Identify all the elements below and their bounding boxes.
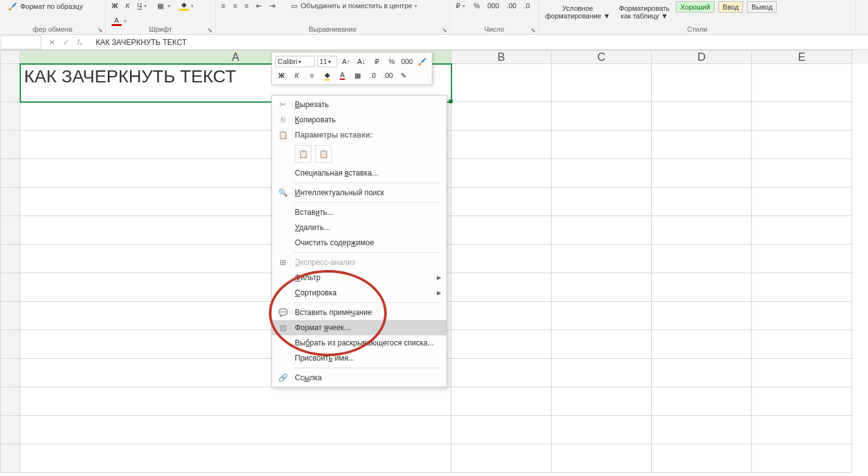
cell[interactable] — [652, 188, 752, 216]
ctx-smart-lookup[interactable]: 🔍 Интеллектуальный поиск — [272, 185, 446, 200]
align-center-button[interactable]: ≡ — [231, 0, 238, 11]
borders-button[interactable]: ▦▼ — [153, 0, 173, 11]
format-painter-button[interactable]: 🖌️ Формат по образцу — [4, 0, 87, 13]
cell[interactable] — [652, 216, 752, 245]
percent-button[interactable]: % — [472, 0, 482, 11]
name-box[interactable] — [1, 35, 41, 49]
mini-currency-button[interactable]: ₽ — [370, 55, 383, 68]
cell[interactable] — [752, 302, 852, 330]
col-header-c[interactable]: C — [552, 50, 652, 64]
cell[interactable] — [451, 330, 552, 359]
cell[interactable] — [451, 359, 552, 387]
cell[interactable] — [451, 245, 552, 273]
cell[interactable] — [451, 416, 552, 444]
underline-button[interactable]: Ч▼ — [135, 0, 149, 11]
cell[interactable] — [752, 416, 852, 444]
cell[interactable] — [652, 387, 752, 416]
cell[interactable] — [752, 245, 852, 273]
mini-italic-button[interactable]: К — [290, 69, 303, 82]
mini-decrease-decimal-button[interactable]: .0 — [366, 69, 379, 82]
row-header[interactable] — [0, 245, 20, 273]
formula-cancel-button[interactable]: ✕ — [48, 38, 56, 47]
row-header[interactable] — [0, 131, 20, 159]
paste-values-button[interactable]: 📋 — [315, 145, 332, 163]
align-left-button[interactable]: ≡ — [219, 0, 227, 11]
cell[interactable] — [752, 387, 852, 416]
cell[interactable] — [652, 416, 752, 444]
cell[interactable] — [752, 216, 852, 245]
mini-increase-decimal-button[interactable]: .00 — [382, 69, 394, 82]
row-header[interactable] — [0, 216, 20, 245]
cell[interactable] — [752, 102, 852, 131]
cell[interactable] — [451, 444, 552, 473]
cell[interactable] — [451, 131, 552, 159]
mini-font-color-button[interactable]: A — [336, 69, 349, 82]
decrease-indent-button[interactable]: ⇤ — [254, 0, 264, 11]
thousands-button[interactable]: 000 — [486, 0, 501, 11]
conditional-formatting-button[interactable]: Условное форматирование ▼ — [543, 0, 612, 24]
font-launcher[interactable]: ⬊ — [206, 27, 214, 34]
cell[interactable] — [20, 387, 451, 416]
cell[interactable] — [20, 444, 451, 473]
cell[interactable] — [552, 444, 652, 473]
mini-align-button[interactable]: ≡ — [306, 69, 318, 82]
cell[interactable] — [451, 102, 552, 131]
ctx-filter[interactable]: Фильтр▶ — [272, 270, 446, 285]
cell[interactable] — [20, 416, 451, 444]
cell[interactable] — [752, 188, 852, 216]
ctx-pick-from-list[interactable]: Выбрать из раскрывающегося списка... — [272, 335, 446, 351]
col-header-e[interactable]: E — [752, 50, 852, 64]
cell[interactable] — [451, 159, 552, 188]
cell[interactable] — [451, 216, 552, 245]
ctx-clear-contents[interactable]: Очистить содержимое — [272, 235, 446, 250]
ctx-insert-comment[interactable]: 💬 Вставить примечание — [272, 305, 446, 320]
cell[interactable] — [552, 245, 652, 273]
mini-font-select[interactable]: Calibri ▼ — [275, 56, 314, 67]
row-header[interactable] — [0, 330, 20, 359]
italic-button[interactable]: К — [124, 0, 131, 11]
formula-input[interactable]: КАК ЗАЧЕРКНУТЬ ТЕКСТ — [91, 38, 868, 47]
row-header[interactable] — [0, 359, 20, 387]
style-good-chip[interactable]: Хороший — [676, 1, 715, 13]
mini-borders-button[interactable]: ▦ — [351, 69, 364, 82]
row-header[interactable] — [0, 188, 20, 216]
merge-center-button[interactable]: ▭ Объединить и поместить в центре ▼ — [287, 0, 420, 11]
row-header[interactable] — [0, 159, 20, 188]
mini-percent-button[interactable]: % — [385, 55, 398, 68]
row-header[interactable] — [0, 444, 20, 473]
cell[interactable] — [451, 387, 552, 416]
col-header-d[interactable]: D — [652, 50, 752, 64]
ctx-delete[interactable]: Удалить... — [272, 220, 446, 235]
alignment-launcher[interactable]: ⬊ — [441, 27, 448, 34]
select-all-corner[interactable] — [0, 50, 20, 64]
currency-button[interactable]: ₽▼ — [454, 0, 468, 11]
ctx-copy[interactable]: ⎘ Копировать — [272, 112, 446, 127]
cell[interactable] — [451, 273, 552, 302]
increase-decimal-button[interactable]: .00 — [505, 0, 518, 11]
cell-b1[interactable] — [451, 64, 552, 102]
col-header-b[interactable]: B — [451, 50, 552, 64]
ctx-insert[interactable]: Вставить... — [272, 205, 446, 220]
cell[interactable] — [451, 188, 552, 216]
align-right-button[interactable]: ≡ — [243, 0, 250, 11]
cell[interactable] — [652, 359, 752, 387]
formula-enter-button[interactable]: ✓ — [62, 38, 70, 47]
number-launcher[interactable]: ⬊ — [529, 27, 537, 34]
cell[interactable] — [752, 330, 852, 359]
mini-decrease-font-button[interactable]: A↓ — [355, 55, 368, 68]
cell[interactable] — [552, 359, 652, 387]
cell[interactable] — [652, 302, 752, 330]
mini-size-select[interactable]: 11 ▼ — [317, 56, 337, 67]
row-header[interactable] — [0, 387, 20, 416]
cell-e1[interactable] — [752, 64, 852, 102]
cell[interactable] — [552, 273, 652, 302]
cell-d1[interactable] — [652, 64, 752, 102]
mini-format-painter-button[interactable]: 🖌️ — [416, 55, 429, 68]
cell[interactable] — [552, 131, 652, 159]
ctx-paste-special[interactable]: Специальная вставка... — [272, 165, 446, 181]
mini-clear-button[interactable]: ✎ — [397, 69, 410, 82]
insert-function-button[interactable]: fₓ — [75, 38, 84, 47]
mini-fill-button[interactable]: ◆ — [321, 69, 334, 82]
cell[interactable] — [652, 273, 752, 302]
cell[interactable] — [652, 245, 752, 273]
